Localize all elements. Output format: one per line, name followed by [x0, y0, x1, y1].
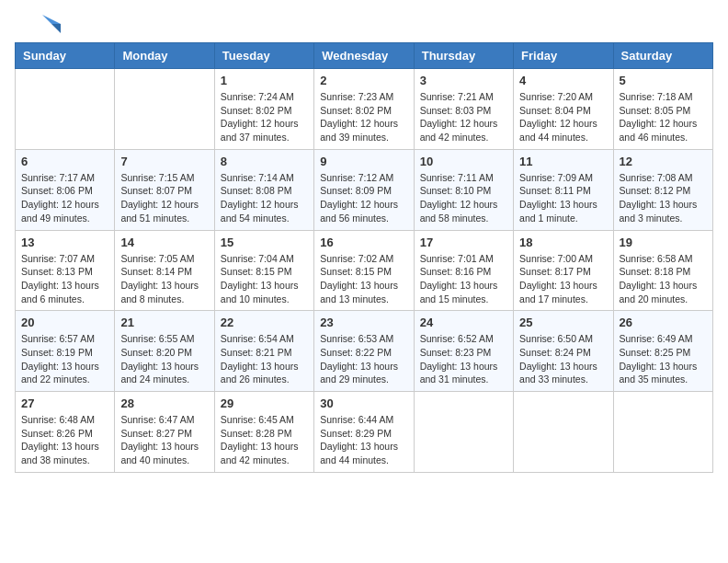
calendar-cell: 1Sunrise: 7:24 AM Sunset: 8:02 PM Daylig… — [214, 69, 313, 150]
day-number: 5 — [620, 74, 707, 87]
calendar-week-3: 13Sunrise: 7:07 AM Sunset: 8:13 PM Dayli… — [16, 230, 713, 311]
day-info: Sunrise: 7:01 AM Sunset: 8:16 PM Dayligh… — [420, 252, 507, 306]
calendar-header-friday: Friday — [514, 43, 613, 69]
day-info: Sunrise: 6:53 AM Sunset: 8:22 PM Dayligh… — [320, 332, 407, 386]
day-number: 30 — [320, 396, 407, 410]
day-number: 29 — [221, 396, 308, 410]
day-info: Sunrise: 7:20 AM Sunset: 8:04 PM Dayligh… — [519, 90, 607, 144]
calendar-cell: 26Sunrise: 6:49 AM Sunset: 8:25 PM Dayli… — [613, 311, 712, 392]
calendar-cell: 6Sunrise: 7:17 AM Sunset: 8:06 PM Daylig… — [16, 149, 115, 230]
calendar-header-wednesday: Wednesday — [314, 43, 414, 69]
day-info: Sunrise: 7:17 AM Sunset: 8:06 PM Dayligh… — [21, 171, 108, 225]
day-number: 17 — [420, 236, 507, 249]
day-info: Sunrise: 6:57 AM Sunset: 8:19 PM Dayligh… — [21, 332, 108, 386]
day-number: 28 — [120, 396, 208, 410]
calendar-cell: 15Sunrise: 7:04 AM Sunset: 8:15 PM Dayli… — [214, 230, 313, 311]
day-number: 12 — [620, 155, 707, 168]
day-info: Sunrise: 7:02 AM Sunset: 8:15 PM Dayligh… — [320, 252, 407, 306]
day-info: Sunrise: 7:15 AM Sunset: 8:07 PM Dayligh… — [120, 171, 208, 225]
day-info: Sunrise: 6:48 AM Sunset: 8:26 PM Dayligh… — [21, 413, 108, 467]
calendar-cell: 28Sunrise: 6:47 AM Sunset: 8:27 PM Dayli… — [115, 392, 214, 473]
day-info: Sunrise: 7:23 AM Sunset: 8:02 PM Dayligh… — [320, 90, 407, 144]
calendar-cell — [613, 392, 712, 473]
calendar-cell: 14Sunrise: 7:05 AM Sunset: 8:14 PM Dayli… — [115, 230, 214, 311]
day-info: Sunrise: 7:14 AM Sunset: 8:08 PM Dayligh… — [221, 171, 308, 225]
calendar-cell: 27Sunrise: 6:48 AM Sunset: 8:26 PM Dayli… — [16, 392, 115, 473]
day-number: 19 — [620, 236, 707, 249]
day-number: 16 — [320, 236, 407, 249]
day-info: Sunrise: 6:44 AM Sunset: 8:29 PM Dayligh… — [320, 413, 407, 467]
day-number: 14 — [120, 236, 208, 249]
calendar-cell: 7Sunrise: 7:15 AM Sunset: 8:07 PM Daylig… — [115, 149, 214, 230]
day-number: 21 — [120, 316, 208, 329]
day-info: Sunrise: 6:58 AM Sunset: 8:18 PM Dayligh… — [620, 252, 707, 306]
calendar-cell — [115, 69, 214, 150]
day-info: Sunrise: 7:08 AM Sunset: 8:12 PM Dayligh… — [620, 171, 707, 225]
calendar-week-4: 20Sunrise: 6:57 AM Sunset: 8:19 PM Dayli… — [16, 311, 713, 392]
day-number: 22 — [221, 316, 308, 329]
calendar-cell: 22Sunrise: 6:54 AM Sunset: 8:21 PM Dayli… — [214, 311, 313, 392]
day-number: 13 — [21, 236, 108, 249]
calendar-week-5: 27Sunrise: 6:48 AM Sunset: 8:26 PM Dayli… — [16, 392, 713, 473]
day-info: Sunrise: 7:00 AM Sunset: 8:17 PM Dayligh… — [519, 252, 607, 306]
day-info: Sunrise: 6:47 AM Sunset: 8:27 PM Dayligh… — [120, 413, 208, 467]
calendar-cell — [16, 69, 115, 150]
calendar-cell: 23Sunrise: 6:53 AM Sunset: 8:22 PM Dayli… — [314, 311, 414, 392]
calendar-cell: 3Sunrise: 7:21 AM Sunset: 8:03 PM Daylig… — [414, 69, 513, 150]
day-number: 6 — [21, 155, 108, 168]
page-header — [15, 15, 713, 33]
calendar-header-saturday: Saturday — [613, 43, 712, 69]
day-number: 11 — [519, 155, 607, 168]
calendar-cell: 8Sunrise: 7:14 AM Sunset: 8:08 PM Daylig… — [214, 149, 313, 230]
day-info: Sunrise: 6:50 AM Sunset: 8:24 PM Dayligh… — [519, 332, 607, 386]
svg-marker-1 — [51, 24, 61, 33]
day-info: Sunrise: 6:45 AM Sunset: 8:28 PM Dayligh… — [221, 413, 308, 467]
logo — [15, 15, 64, 33]
day-number: 20 — [21, 316, 108, 329]
day-number: 23 — [320, 316, 407, 329]
calendar-cell: 18Sunrise: 7:00 AM Sunset: 8:17 PM Dayli… — [514, 230, 613, 311]
calendar-header-monday: Monday — [115, 43, 214, 69]
day-info: Sunrise: 7:09 AM Sunset: 8:11 PM Dayligh… — [519, 171, 607, 225]
day-number: 1 — [221, 74, 308, 87]
day-number: 3 — [420, 74, 507, 87]
calendar-table: SundayMondayTuesdayWednesdayThursdayFrid… — [15, 42, 713, 473]
calendar-cell: 21Sunrise: 6:55 AM Sunset: 8:20 PM Dayli… — [115, 311, 214, 392]
day-number: 25 — [519, 316, 607, 329]
calendar-cell — [514, 392, 613, 473]
calendar-week-2: 6Sunrise: 7:17 AM Sunset: 8:06 PM Daylig… — [16, 149, 713, 230]
day-info: Sunrise: 7:24 AM Sunset: 8:02 PM Dayligh… — [221, 90, 308, 144]
day-info: Sunrise: 7:18 AM Sunset: 8:05 PM Dayligh… — [620, 90, 707, 144]
day-number: 2 — [320, 74, 407, 87]
day-number: 24 — [420, 316, 507, 329]
day-info: Sunrise: 6:55 AM Sunset: 8:20 PM Dayligh… — [120, 332, 208, 386]
day-info: Sunrise: 7:07 AM Sunset: 8:13 PM Dayligh… — [21, 252, 108, 306]
calendar-header-sunday: Sunday — [16, 43, 115, 69]
calendar-header-tuesday: Tuesday — [214, 43, 313, 69]
day-info: Sunrise: 7:21 AM Sunset: 8:03 PM Dayligh… — [420, 90, 507, 144]
day-info: Sunrise: 7:11 AM Sunset: 8:10 PM Dayligh… — [420, 171, 507, 225]
calendar-cell: 9Sunrise: 7:12 AM Sunset: 8:09 PM Daylig… — [314, 149, 414, 230]
calendar-header-row: SundayMondayTuesdayWednesdayThursdayFrid… — [16, 43, 713, 69]
svg-marker-0 — [42, 15, 61, 24]
calendar-cell: 4Sunrise: 7:20 AM Sunset: 8:04 PM Daylig… — [514, 69, 613, 150]
calendar-cell: 11Sunrise: 7:09 AM Sunset: 8:11 PM Dayli… — [514, 149, 613, 230]
day-number: 15 — [221, 236, 308, 249]
calendar-cell: 30Sunrise: 6:44 AM Sunset: 8:29 PM Dayli… — [314, 392, 414, 473]
calendar-cell: 10Sunrise: 7:11 AM Sunset: 8:10 PM Dayli… — [414, 149, 513, 230]
calendar-cell: 29Sunrise: 6:45 AM Sunset: 8:28 PM Dayli… — [214, 392, 313, 473]
logo-emblem-icon — [15, 15, 61, 33]
calendar-cell: 5Sunrise: 7:18 AM Sunset: 8:05 PM Daylig… — [613, 69, 712, 150]
day-info: Sunrise: 7:05 AM Sunset: 8:14 PM Dayligh… — [120, 252, 208, 306]
calendar-cell: 12Sunrise: 7:08 AM Sunset: 8:12 PM Dayli… — [613, 149, 712, 230]
day-number: 8 — [221, 155, 308, 168]
calendar-cell: 2Sunrise: 7:23 AM Sunset: 8:02 PM Daylig… — [314, 69, 414, 150]
calendar-header-thursday: Thursday — [414, 43, 513, 69]
day-number: 10 — [420, 155, 507, 168]
calendar-week-1: 1Sunrise: 7:24 AM Sunset: 8:02 PM Daylig… — [16, 69, 713, 150]
day-number: 4 — [519, 74, 607, 87]
calendar-cell: 25Sunrise: 6:50 AM Sunset: 8:24 PM Dayli… — [514, 311, 613, 392]
day-number: 27 — [21, 396, 108, 410]
calendar-cell: 19Sunrise: 6:58 AM Sunset: 8:18 PM Dayli… — [613, 230, 712, 311]
calendar-cell: 17Sunrise: 7:01 AM Sunset: 8:16 PM Dayli… — [414, 230, 513, 311]
